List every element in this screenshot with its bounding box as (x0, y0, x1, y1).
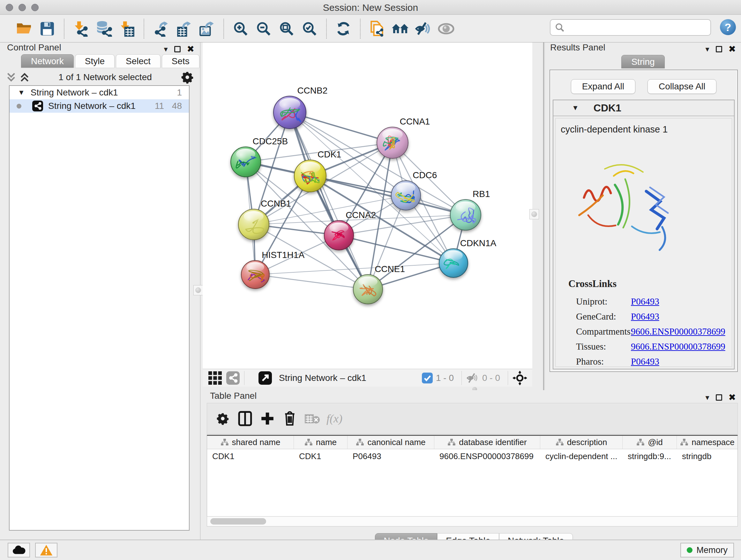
fit-selected-crosshair-icon[interactable] (513, 371, 527, 385)
panel-float-icon[interactable] (716, 46, 722, 52)
network-node-CDKN1A[interactable] (439, 248, 468, 278)
refresh-button[interactable] (334, 19, 353, 38)
clone-documents-button[interactable] (368, 19, 387, 38)
add-button[interactable] (258, 409, 277, 428)
split-columns-button[interactable] (236, 409, 254, 428)
export-image-button[interactable] (198, 19, 216, 38)
panel-float-icon[interactable] (174, 46, 181, 52)
selected-checkbox-icon[interactable] (422, 373, 433, 383)
column-header-canonical-name[interactable]: canonical name (347, 436, 434, 449)
zoom-fit-button[interactable] (277, 19, 296, 38)
trash-button[interactable] (280, 409, 299, 428)
node-result-header[interactable]: ▼ CDK1 (553, 100, 734, 116)
table-cell[interactable]: stringdb:9... (623, 449, 677, 463)
table-hscrollbar-thumb[interactable] (210, 518, 266, 524)
birdseye-grid-icon[interactable] (208, 371, 222, 385)
search-input[interactable] (550, 19, 711, 36)
table-hscrollbar[interactable] (207, 516, 738, 526)
cloud-button[interactable] (8, 543, 30, 557)
column-header-shared-name[interactable]: shared name (207, 436, 294, 449)
import-table-button[interactable] (118, 19, 136, 38)
table-cell[interactable]: CDK1 (207, 449, 294, 463)
expand-all-button[interactable]: Expand All (571, 79, 635, 94)
collapse-all-button[interactable]: Collapse All (648, 79, 717, 94)
crosslink-link[interactable]: 9606.ENSP00000378699 (631, 341, 725, 352)
trash-icon (283, 411, 296, 427)
crosslink-link[interactable]: P06493 (631, 311, 659, 322)
detach-view-icon[interactable] (259, 371, 272, 385)
table-cell[interactable]: CDK1 (294, 449, 347, 463)
crosslink-link[interactable]: P06493 (631, 356, 659, 367)
left-splitter-handle[interactable] (193, 285, 203, 295)
panel-close-icon[interactable]: ✖ (729, 392, 736, 402)
network-node-CCNA2[interactable] (324, 220, 354, 250)
preview-eye-button[interactable] (437, 19, 455, 38)
export-network-button[interactable] (151, 19, 170, 38)
tab-select[interactable]: Select (116, 54, 160, 68)
column-header-@id[interactable]: @id (623, 436, 677, 449)
network-node-CDC25B[interactable] (230, 146, 261, 177)
crosslink-link[interactable]: P06493 (631, 296, 659, 307)
column-type-icon (448, 438, 456, 447)
export-table-button[interactable] (175, 19, 193, 38)
panel-menu-icon[interactable]: ▾ (705, 393, 709, 402)
horizontal-splitter[interactable] (203, 387, 532, 390)
column-header-name[interactable]: name (294, 436, 347, 449)
network-overview-icon[interactable] (226, 371, 240, 385)
tab-string[interactable]: String (621, 55, 664, 68)
import-database-button[interactable] (95, 19, 113, 38)
open-session-button[interactable] (15, 19, 33, 38)
right-splitter-handle[interactable] (529, 209, 539, 219)
collapse-all-icon[interactable] (6, 72, 16, 83)
panel-menu-icon[interactable]: ▾ (705, 45, 709, 54)
network-node-CCNB1[interactable] (238, 209, 269, 240)
table-row[interactable]: CDK1CDK1P064939606.ENSP00000378699cyclin… (207, 449, 738, 463)
network-node-CCNB2[interactable] (273, 96, 307, 129)
crosslink-label: Tissues: (568, 341, 631, 352)
hidden-eye-icon[interactable] (466, 373, 479, 383)
column-header-namespace[interactable]: namespace (677, 436, 738, 449)
add-icon (260, 411, 275, 426)
network-node-CCNE1[interactable] (353, 274, 383, 304)
zoom-selected-button[interactable] (300, 19, 319, 38)
panel-close-icon[interactable]: ✖ (729, 44, 736, 54)
network-node-CCNA1[interactable] (377, 127, 408, 159)
tab-sets[interactable]: Sets (162, 54, 199, 68)
right-splitter[interactable] (543, 43, 545, 390)
column-header-description[interactable]: description (540, 436, 623, 449)
network-node-RB1[interactable] (450, 199, 481, 231)
network-canvas[interactable]: CCNB2CCNA1CDC25BCDK1CDC6RB1CCNB1CCNA2CDK… (203, 43, 532, 369)
panel-close-icon[interactable]: ✖ (187, 44, 194, 54)
home-button[interactable] (391, 19, 409, 38)
panel-float-icon[interactable] (716, 394, 722, 401)
expand-all-icon[interactable] (20, 72, 29, 83)
network-node-CDK1[interactable] (294, 160, 327, 192)
network-node-HIST1H1A[interactable] (241, 260, 270, 289)
network-options-gear-icon[interactable] (181, 71, 194, 84)
zoom-out-button[interactable] (254, 19, 273, 38)
hide-unhide-button[interactable] (414, 19, 432, 38)
table-cell[interactable]: stringdb (677, 449, 738, 463)
gear-button[interactable] (213, 409, 232, 428)
tab-network[interactable]: Network (21, 54, 74, 68)
tree-expand-icon[interactable]: ▼ (18, 88, 25, 97)
help-button[interactable]: ? (720, 19, 736, 35)
panel-menu-icon[interactable]: ▾ (164, 45, 167, 54)
network-node-CDC6[interactable] (391, 180, 421, 210)
table-cell[interactable]: 9606.ENSP00000378699 (434, 449, 540, 463)
memory-button[interactable]: Memory (680, 543, 734, 557)
warning-button[interactable] (35, 543, 57, 557)
network-collection-row[interactable]: ▼ String Network – cdk1 1 (10, 86, 189, 99)
table-cell[interactable]: cyclin-dependent ... (540, 449, 623, 463)
network-status-dot (17, 104, 21, 109)
zoom-in-button[interactable] (231, 19, 250, 38)
network-row[interactable]: String Network – cdk1 11 48 (10, 99, 189, 113)
section-collapse-icon[interactable]: ▼ (572, 104, 579, 112)
save-session-button[interactable] (38, 19, 57, 38)
table-cell[interactable]: P06493 (347, 449, 434, 463)
column-header-database-identifier[interactable]: database identifier (434, 436, 540, 449)
tab-style[interactable]: Style (75, 54, 115, 68)
import-table-icon (119, 21, 135, 37)
crosslink-link[interactable]: 9606.ENSP00000378699 (631, 326, 725, 337)
import-network-button[interactable] (72, 19, 90, 38)
